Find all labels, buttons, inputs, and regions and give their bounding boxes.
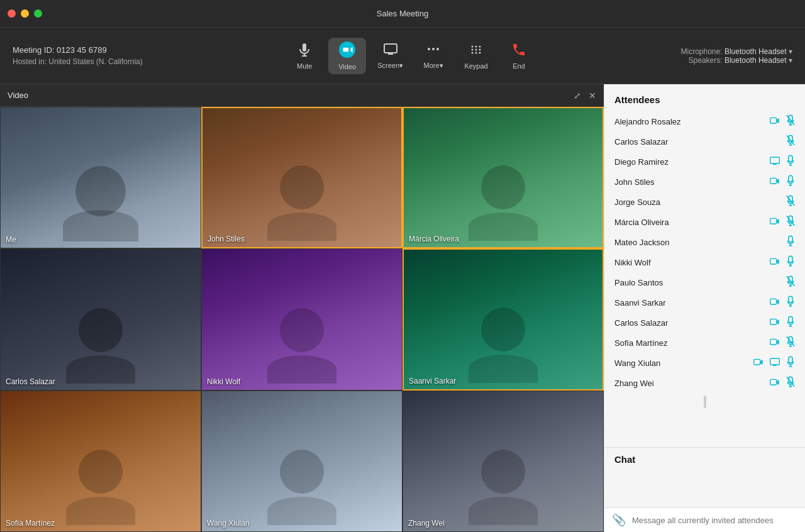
svg-point-17 xyxy=(475,52,477,53)
video-on-icon xyxy=(770,378,780,388)
mic-active-icon xyxy=(786,316,795,330)
attendee-row[interactable]: John Stiles xyxy=(604,172,805,192)
svg-rect-19 xyxy=(770,118,777,123)
svg-rect-59 xyxy=(789,296,792,302)
more-button[interactable]: More▾ xyxy=(414,38,452,74)
microphone-info: Microphone: Bluetooth Headset ▾ xyxy=(681,47,792,56)
mic-muted-icon xyxy=(786,376,795,390)
toolbar: Mute Video Screen▾ xyxy=(286,38,538,74)
chat-input[interactable] xyxy=(632,516,797,525)
chat-section: Chat 📎 xyxy=(604,447,805,532)
participant-label-marcia: Márcia Oliveira xyxy=(409,235,459,243)
attendee-name: Wang Xiulan xyxy=(614,358,753,368)
mic-active-icon xyxy=(786,175,795,189)
meeting-bar: Meeting ID: 0123 45 6789 Hosted in: Unit… xyxy=(0,28,805,84)
attendee-row[interactable]: Zhang Wei xyxy=(604,373,805,393)
attendee-icons xyxy=(770,336,795,350)
svg-rect-42 xyxy=(770,218,777,224)
svg-point-8 xyxy=(432,48,435,50)
svg-rect-63 xyxy=(789,316,792,323)
video-header-actions: ⤢ ✕ xyxy=(574,91,596,101)
video-on-icon xyxy=(770,318,780,328)
meeting-host: Hosted in: United States (N. California) xyxy=(13,57,143,66)
participant-cell-john: John Stiles xyxy=(201,107,402,248)
participant-label-john: John Stiles xyxy=(208,235,245,243)
attendee-icons xyxy=(753,356,795,370)
keypad-button[interactable]: Keypad xyxy=(457,38,495,74)
attendee-icons xyxy=(786,135,795,148)
attendee-row[interactable]: Nikki Wolf xyxy=(604,252,805,272)
attendee-row[interactable]: Saanvi Sarkar xyxy=(604,292,805,313)
mic-active-icon xyxy=(786,155,795,169)
video-button[interactable]: Video xyxy=(328,38,366,74)
mic-muted-icon xyxy=(786,336,795,350)
close-video-icon[interactable]: ✕ xyxy=(589,91,596,101)
attendee-name: Mateo Jackson xyxy=(614,238,786,247)
attendee-icons xyxy=(786,235,795,249)
attendee-name: Carlos Salazar xyxy=(614,318,770,328)
end-button[interactable]: End xyxy=(500,38,538,74)
attendee-row[interactable]: Carlos Salazar xyxy=(604,131,805,152)
speakers-device: Bluetooth Headset xyxy=(724,56,787,65)
svg-rect-75 xyxy=(789,357,792,363)
attendee-name: Jorge Souza xyxy=(614,197,786,207)
video-on-icon xyxy=(770,297,780,308)
close-button[interactable] xyxy=(8,9,16,18)
more-label: More▾ xyxy=(424,62,443,70)
expand-video-icon[interactable]: ⤢ xyxy=(574,91,581,101)
participant-cell-sofia: Sofía Martínez xyxy=(0,391,201,532)
attendee-row[interactable]: Paulo Santos xyxy=(604,272,805,292)
screen-share-button[interactable]: Screen▾ xyxy=(371,38,409,74)
mute-button[interactable]: Mute xyxy=(286,38,323,74)
meeting-id: Meeting ID: 0123 45 6789 xyxy=(13,45,143,55)
participant-label-sofia: Sofía Martínez xyxy=(6,519,55,528)
participant-cell-marcia: Márcia Oliveira xyxy=(402,107,604,248)
attendee-row[interactable]: Alejandro Rosalez xyxy=(604,111,805,131)
attendee-icons xyxy=(770,114,795,128)
mic-active-icon xyxy=(786,356,795,370)
attendee-row[interactable]: Sofía Martínez xyxy=(604,333,805,353)
video-on-icon xyxy=(770,177,780,187)
attendee-row[interactable]: Diego Ramirez xyxy=(604,152,805,172)
svg-rect-78 xyxy=(770,379,777,385)
video-section-title: Video xyxy=(8,91,28,100)
attach-icon[interactable]: 📎 xyxy=(612,513,626,527)
attendee-icons xyxy=(770,255,795,269)
scrollbar[interactable] xyxy=(704,396,706,408)
svg-rect-62 xyxy=(770,319,777,324)
minimize-button[interactable] xyxy=(21,9,29,18)
attendee-row[interactable]: Márcia Oliveira xyxy=(604,212,805,232)
svg-point-9 xyxy=(436,48,439,50)
attendees-list: Alejandro Rosalez Carlos Salazar Diego R… xyxy=(604,111,805,393)
participant-label-nikki: Nikki Wolf xyxy=(207,377,240,386)
attendee-row[interactable]: Jorge Souza xyxy=(604,192,805,212)
mute-icon xyxy=(297,42,312,61)
participant-label-me: Me xyxy=(6,235,16,244)
video-grid: Me John Stiles Márcia Oliveira xyxy=(0,107,604,532)
mic-muted-icon xyxy=(786,135,795,148)
screen-label: Screen▾ xyxy=(377,62,403,70)
attendee-name: Márcia Oliveira xyxy=(614,218,770,227)
attendee-row[interactable]: Carlos Salazar xyxy=(604,313,805,333)
svg-point-12 xyxy=(479,45,481,47)
meeting-info: Meeting ID: 0123 45 6789 Hosted in: Unit… xyxy=(13,45,143,66)
attendee-row[interactable]: Mateo Jackson xyxy=(604,232,805,252)
svg-point-14 xyxy=(475,48,477,50)
attendee-row[interactable]: Wang Xiulan xyxy=(604,353,805,373)
attendee-name: Saanvi Sarkar xyxy=(614,298,770,308)
fullscreen-button[interactable] xyxy=(34,9,42,18)
svg-point-10 xyxy=(472,45,474,47)
attendee-icons xyxy=(786,195,795,209)
chat-title: Chat xyxy=(604,448,805,470)
attendee-icons xyxy=(770,155,795,169)
mic-muted-icon xyxy=(786,195,795,209)
video-on-icon xyxy=(770,116,780,126)
svg-point-11 xyxy=(475,45,477,47)
screen-share-icon xyxy=(770,157,780,167)
mic-muted-icon xyxy=(786,215,795,229)
attendee-icons xyxy=(786,275,795,289)
svg-point-13 xyxy=(472,48,474,50)
participant-label-wang: Wang Xiulan xyxy=(207,519,250,528)
attendee-name: Alejandro Rosalez xyxy=(614,117,770,126)
mic-active-icon xyxy=(786,296,795,309)
